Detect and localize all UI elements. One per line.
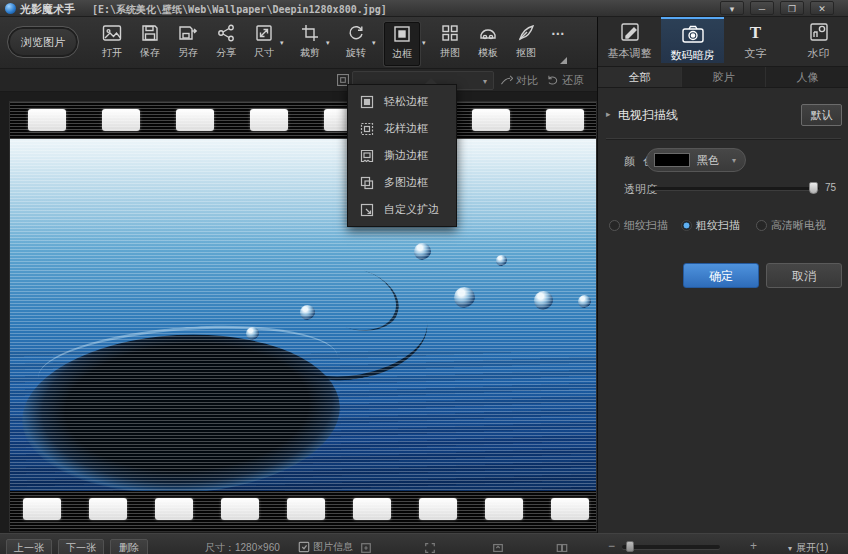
border-button[interactable]: 边框 (384, 22, 420, 66)
main-toolbar: 浏览图片 打开 保存 另存 分享 尺寸 ▾ 裁剪 ▾ 旋转 ▾ 边框 ▾ 拼图 … (0, 17, 597, 69)
view-tool-icon[interactable] (360, 540, 372, 554)
torn-border-icon (360, 149, 374, 163)
menu-item-multi-border[interactable]: 多图边框 (348, 169, 456, 196)
rotate-caret-icon[interactable]: ▾ (372, 39, 382, 47)
border-caret-icon[interactable]: ▾ (422, 39, 432, 47)
maximize-button[interactable]: ❐ (780, 1, 804, 15)
opacity-value: 75 (825, 182, 836, 193)
effect-title: 电视扫描线 (618, 107, 678, 124)
radio-fine-scan[interactable]: 细纹扫描 (609, 215, 668, 229)
share-button[interactable]: 分享 (208, 22, 244, 66)
compare-button[interactable]: 对比 (500, 72, 538, 89)
radio-coarse-scan[interactable]: 粗纹扫描 (681, 215, 740, 229)
crop-icon (292, 22, 328, 44)
cutout-icon (508, 22, 544, 44)
share-icon (208, 22, 244, 44)
radio-icon (609, 220, 620, 231)
open-button[interactable]: 打开 (94, 22, 130, 66)
previous-image-button[interactable]: 上一张 (6, 539, 52, 554)
collage-icon (432, 22, 468, 44)
crop-caret-icon[interactable]: ▾ (326, 39, 336, 47)
easy-border-icon (360, 95, 374, 109)
color-row: 颜色 黑色 ▾ (598, 148, 848, 174)
collage-button[interactable]: 拼图 (432, 22, 468, 66)
radio-icon (681, 220, 692, 231)
text-icon: T (724, 17, 787, 43)
save-button[interactable]: 保存 (132, 22, 168, 66)
divider (606, 138, 841, 139)
zoom-slider-handle[interactable] (626, 541, 634, 552)
title-bar: 光影魔术手 [E:\系统美化\壁纸\Web\Wallpaper\Deepin12… (0, 0, 848, 17)
opacity-slider[interactable] (649, 187, 819, 190)
tab-text[interactable]: T 文字 (724, 17, 787, 63)
camera-icon (661, 19, 724, 45)
toolbar-expand-triangle-icon[interactable] (560, 57, 567, 64)
collapse-arrow-icon[interactable]: ▸ (606, 109, 611, 119)
menu-item-pattern-border[interactable]: 花样边框 (348, 115, 456, 142)
subtab-portrait[interactable]: 人像 (766, 67, 848, 87)
app-logo-icon (5, 3, 16, 14)
fullscreen-tool-icon[interactable] (424, 540, 436, 554)
resize-button[interactable]: 尺寸 (246, 22, 282, 66)
editing-canvas (0, 92, 597, 533)
template-button[interactable]: 模板 (470, 22, 506, 66)
default-button[interactable]: 默认 (801, 104, 842, 126)
border-icon (385, 23, 419, 45)
compare-view-tool-icon[interactable] (556, 540, 568, 554)
info-icon (298, 541, 310, 553)
opacity-slider-handle[interactable] (809, 182, 818, 194)
open-icon (94, 22, 130, 44)
color-swatch (654, 153, 690, 167)
image-size-text: 尺寸：1280×960 (205, 541, 280, 554)
color-dropdown[interactable]: 黑色 ▾ (646, 148, 746, 172)
pattern-border-icon (360, 122, 374, 136)
restore-button[interactable]: 还原 (546, 72, 584, 89)
zoom-in-button[interactable]: + (750, 539, 757, 553)
save-as-button[interactable]: 另存 (170, 22, 206, 66)
skin-menu-button[interactable]: ▾ (720, 1, 744, 15)
menu-item-custom-expand[interactable]: 自定义扩边 (348, 196, 456, 223)
minimize-button[interactable]: ─ (750, 1, 774, 15)
more-tools-button[interactable]: ⋯ (540, 22, 576, 66)
next-image-button[interactable]: 下一张 (58, 539, 104, 554)
tab-digital-darkroom[interactable]: 数码暗房 (661, 17, 724, 63)
cancel-button[interactable]: 取消 (766, 263, 842, 288)
tv-scanlines-overlay (10, 102, 596, 531)
combobox-caret-icon: ▾ (483, 77, 487, 86)
menu-item-torn-border[interactable]: 撕边边框 (348, 142, 456, 169)
subtab-all[interactable]: 全部 (598, 67, 682, 87)
menu-item-easy-border[interactable]: 轻松边框 (348, 88, 456, 115)
multi-border-icon (360, 176, 374, 190)
resize-caret-icon[interactable]: ▾ (280, 39, 290, 47)
crop-button[interactable]: 裁剪 (292, 22, 328, 66)
more-icon: ⋯ (540, 22, 576, 44)
subtab-film[interactable]: 胶片 (682, 67, 766, 87)
rotate-button[interactable]: 旋转 (338, 22, 374, 66)
confirm-button[interactable]: 确定 (683, 263, 759, 288)
browse-images-button[interactable]: 浏览图片 (7, 26, 79, 58)
zoom-slider[interactable] (622, 545, 720, 549)
tab-watermark[interactable]: 水印 (787, 17, 848, 63)
radio-hdtv[interactable]: 高清晰电视 (756, 215, 826, 229)
status-bar: 上一张 下一张 删除 尺寸：1280×960 图片信息 − + ▾展开(1) (0, 533, 848, 554)
save-icon (132, 22, 168, 44)
color-caret-icon: ▾ (732, 156, 736, 165)
fit-window-tool-icon[interactable] (492, 540, 504, 554)
tab-basic-adjust[interactable]: 基本调整 (598, 17, 661, 63)
context-toolbar: ▾ 对比 还原 (0, 69, 597, 92)
photo-film-border[interactable] (10, 102, 596, 531)
close-button[interactable]: ✕ (810, 1, 834, 15)
zoom-out-button[interactable]: − (608, 539, 615, 553)
custom-expand-icon (360, 203, 374, 217)
opacity-row: 透明度 75 (598, 180, 848, 196)
file-path: [E:\系统美化\壁纸\Web\Wallpaper\Deepin1280x800… (92, 3, 387, 17)
rotate-icon (338, 22, 374, 44)
cutout-button[interactable]: 抠图 (508, 22, 544, 66)
menu-notch (425, 78, 437, 84)
effect-section-header: ▸ 电视扫描线 默认 (598, 104, 848, 128)
expand-filmstrip-button[interactable]: ▾展开(1) (788, 541, 828, 554)
right-panel: 基本调整 数码暗房 T 文字 水印 全部 胶片 人像 ▸ 电视扫描线 默认 颜色… (597, 17, 848, 533)
delete-image-button[interactable]: 删除 (110, 539, 148, 554)
image-info-button[interactable]: 图片信息 (298, 540, 353, 554)
app-name: 光影魔术手 (20, 2, 75, 17)
